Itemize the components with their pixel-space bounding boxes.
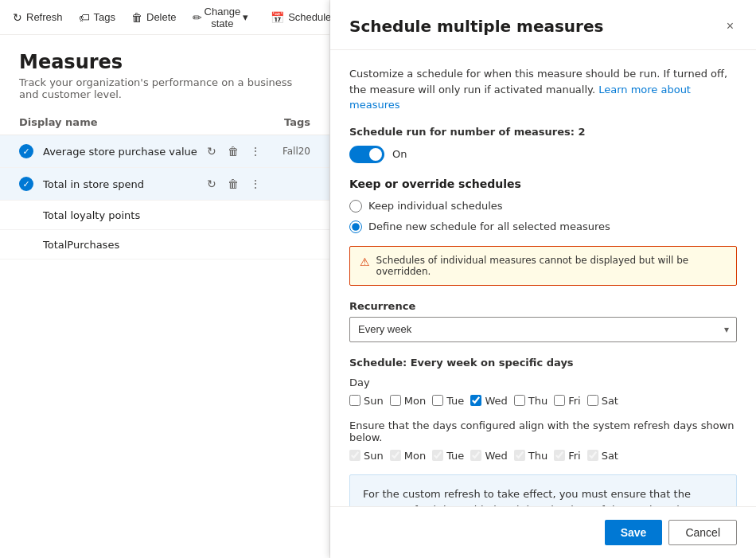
radio-keep[interactable] — [349, 200, 362, 213]
toolbar: ↻ Refresh 🏷 Tags 🗑 Delete ✏ Change state… — [0, 0, 329, 35]
delete-label: Delete — [146, 11, 177, 23]
day-sun[interactable]: Sun — [349, 395, 384, 407]
refresh-button[interactable]: ↻ Refresh — [6, 8, 69, 27]
day-thu-checkbox[interactable] — [514, 395, 525, 406]
list-item[interactable]: TotalPurchases — [0, 230, 329, 259]
modal-footer: Save Cancel — [330, 506, 756, 558]
day-fri[interactable]: Fri — [554, 395, 581, 407]
schedule-label: Schedule — [288, 11, 331, 23]
sys-wed-checkbox — [470, 450, 481, 461]
sys-wed-label: Wed — [485, 450, 507, 462]
cancel-button[interactable]: Cancel — [668, 520, 737, 545]
sys-sun-checkbox — [349, 450, 360, 461]
radio-group: Keep individual schedules Define new sch… — [349, 200, 737, 233]
item-check: ✓ — [19, 144, 37, 158]
day-sat-label: Sat — [602, 395, 618, 407]
item-delete-button[interactable]: 🗑 — [224, 176, 242, 192]
sys-thu-label: Thu — [528, 450, 548, 462]
system-days-row: Sun Mon Tue Wed Thu Fri — [349, 450, 737, 462]
list-item[interactable]: ✓ Average store purchase value ↻ 🗑 ⋮ Fal… — [0, 135, 329, 168]
toggle-label: On — [392, 148, 407, 160]
item-delete-button[interactable]: 🗑 — [224, 143, 242, 159]
sys-day-thu: Thu — [514, 450, 548, 462]
left-panel: ↻ Refresh 🏷 Tags 🗑 Delete ✏ Change state… — [0, 0, 330, 558]
schedule-button[interactable]: 📅 Schedule — [264, 8, 337, 27]
schedule-subtitle: Schedule: Every week on specific days — [349, 357, 737, 369]
day-thu[interactable]: Thu — [514, 395, 548, 407]
pencil-icon: ✏ — [193, 11, 202, 24]
day-wed-checkbox[interactable] — [470, 395, 481, 406]
item-refresh-button[interactable]: ↻ — [204, 143, 220, 159]
day-thu-label: Thu — [528, 395, 548, 407]
day-sun-label: Sun — [364, 395, 384, 407]
day-fri-checkbox[interactable] — [554, 395, 565, 406]
days-row: Sun Mon Tue Wed Thu Fri — [349, 395, 737, 407]
warning-icon: ⚠ — [360, 256, 370, 268]
day-sat[interactable]: Sat — [587, 395, 618, 407]
item-check: ✓ — [19, 177, 37, 191]
radio-define-item[interactable]: Define new schedule for all selected mea… — [349, 220, 737, 233]
radio-define[interactable] — [349, 220, 362, 233]
tags-button[interactable]: 🏷 Tags — [72, 8, 122, 27]
sys-day-sat: Sat — [587, 450, 618, 462]
sys-mon-label: Mon — [404, 450, 426, 462]
close-button[interactable]: × — [723, 16, 737, 37]
page-header: Measures Track your organization's perfo… — [0, 35, 329, 110]
change-state-button[interactable]: ✏ Change state ▾ — [186, 2, 255, 33]
day-mon-checkbox[interactable] — [390, 395, 401, 406]
recurrence-label: Recurrence — [349, 300, 737, 312]
sys-sat-label: Sat — [602, 450, 618, 462]
day-tue-label: Tue — [446, 395, 464, 407]
sys-fri-label: Fri — [568, 450, 581, 462]
day-sun-checkbox[interactable] — [349, 395, 360, 406]
page-title: Measures — [19, 51, 310, 73]
tags-label: Tags — [94, 11, 115, 23]
day-mon[interactable]: Mon — [390, 395, 426, 407]
list-item[interactable]: Total loyalty points — [0, 201, 329, 230]
save-button[interactable]: Save — [605, 520, 663, 545]
day-tue[interactable]: Tue — [432, 395, 464, 407]
day-mon-label: Mon — [404, 395, 426, 407]
radio-keep-item[interactable]: Keep individual schedules — [349, 200, 737, 213]
tags-column-header: Tags — [263, 116, 310, 128]
item-name: Total loyalty points — [43, 209, 140, 221]
chevron-down-icon: ▾ — [243, 11, 248, 23]
day-wed[interactable]: Wed — [470, 395, 507, 407]
sys-tue-checkbox — [432, 450, 443, 461]
item-more-button[interactable]: ⋮ — [247, 143, 264, 159]
day-tue-checkbox[interactable] — [432, 395, 443, 406]
schedule-modal: Schedule multiple measures × Customize a… — [330, 0, 756, 558]
item-refresh-button[interactable]: ↻ — [204, 176, 220, 192]
change-state-label: Change state — [205, 6, 241, 29]
day-sat-checkbox[interactable] — [587, 395, 598, 406]
sys-day-wed: Wed — [470, 450, 507, 462]
day-fri-label: Fri — [568, 395, 581, 407]
schedule-run-label: Schedule run for number of measures: 2 — [349, 126, 737, 138]
item-name: TotalPurchases — [43, 239, 119, 251]
recurrence-select[interactable]: Every week Every day Every month — [349, 317, 737, 342]
modal-body: Customize a schedule for when this measu… — [330, 50, 756, 506]
schedule-toggle[interactable] — [349, 146, 384, 163]
item-actions: ↻ 🗑 ⋮ — [204, 176, 264, 192]
toggle-slider — [349, 146, 384, 163]
refresh-icon: ↻ — [13, 11, 22, 24]
sys-day-fri: Fri — [554, 450, 581, 462]
modal-title: Schedule multiple measures — [349, 17, 603, 36]
modal-header: Schedule multiple measures × — [330, 0, 756, 50]
item-name: Total in store spend — [43, 178, 204, 190]
sys-day-sun: Sun — [349, 450, 384, 462]
warning-box: ⚠ Schedules of individual measures canno… — [349, 246, 737, 286]
selected-check-icon: ✓ — [19, 177, 33, 191]
sys-fri-checkbox — [554, 450, 565, 461]
list-item[interactable]: ✓ Total in store spend ↻ 🗑 ⋮ — [0, 168, 329, 201]
warning-text: Schedules of individual measures cannot … — [376, 255, 727, 277]
align-label: Ensure that the days configured align wi… — [349, 419, 737, 443]
radio-keep-label: Keep individual schedules — [368, 200, 503, 212]
sys-day-tue: Tue — [432, 450, 464, 462]
delete-button[interactable]: 🗑 Delete — [125, 8, 183, 27]
radio-define-label: Define new schedule for all selected mea… — [368, 220, 610, 232]
sys-sun-label: Sun — [364, 450, 384, 462]
item-more-button[interactable]: ⋮ — [247, 176, 264, 192]
day-wed-label: Wed — [485, 395, 507, 407]
modal-description: Customize a schedule for when this measu… — [349, 66, 737, 113]
